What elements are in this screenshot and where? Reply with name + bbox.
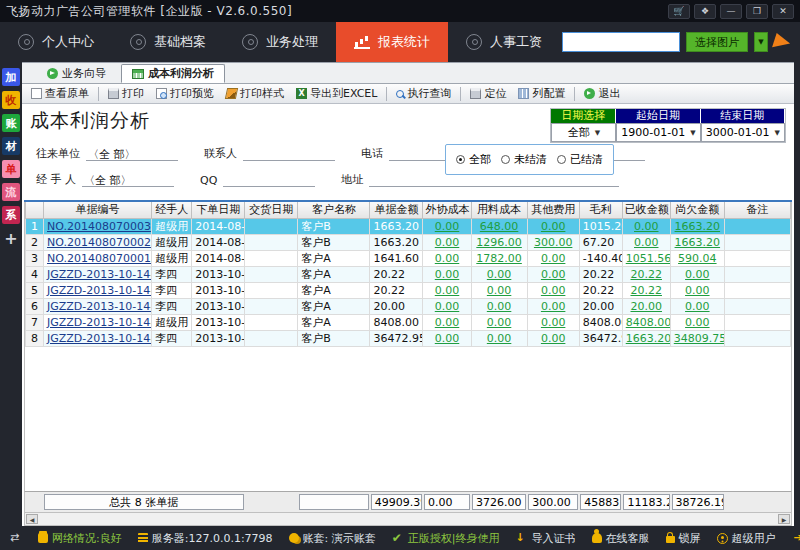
cell-0-8[interactable]: 0.00 xyxy=(527,218,579,234)
nav-item-archive[interactable]: 基础档案 xyxy=(112,22,224,62)
nav-item-chart[interactable]: 报表统计 xyxy=(336,22,448,62)
toolbar-button-column-config[interactable]: 列配置 xyxy=(513,85,570,102)
cell-4-11[interactable]: 0.00 xyxy=(670,282,724,298)
col-header-5[interactable]: 单据金额 xyxy=(370,202,423,218)
cell-6-8[interactable]: 0.00 xyxy=(527,314,579,330)
col-header-12[interactable]: 备注 xyxy=(724,202,790,218)
horizontal-scrollbar[interactable]: ◀ ▶ xyxy=(24,513,792,526)
toolbar-button-print-style[interactable]: 打印样式 xyxy=(221,85,289,102)
toolbar-button-exit[interactable]: 退出 xyxy=(579,85,625,102)
table-row[interactable]: 6JGZZD-2013-10-14-007李四2013-10-1客户A20.00… xyxy=(26,298,791,314)
cell-3-7[interactable]: 0.00 xyxy=(471,266,527,282)
sidebar-item-0[interactable]: 加 xyxy=(2,68,20,86)
col-header-10[interactable]: 已收金额 xyxy=(622,202,670,218)
theme-icon[interactable]: ❖ xyxy=(694,4,716,19)
filter-input-1-1[interactable] xyxy=(223,173,315,187)
nav-item-hr[interactable]: 人事工资 xyxy=(448,22,560,62)
toolbar-button-print-preview[interactable]: 打印预览 xyxy=(151,85,219,102)
cart-icon[interactable]: 🛒 xyxy=(668,4,690,19)
cell-5-11[interactable]: 0.00 xyxy=(670,298,724,314)
cell-4-7[interactable]: 0.00 xyxy=(471,282,527,298)
cell-3-6[interactable]: 0.00 xyxy=(423,266,471,282)
cell-0-6[interactable]: 0.00 xyxy=(423,218,471,234)
cell-4-0[interactable]: JGZZD-2013-10-14-008 xyxy=(44,282,152,298)
cell-0-10[interactable]: 0.00 xyxy=(622,218,670,234)
table-row[interactable]: 4JGZZD-2013-10-14-009李四2013-10-1客户A20.22… xyxy=(26,266,791,282)
cell-2-7[interactable]: 1782.00 xyxy=(471,250,527,266)
col-header-3[interactable]: 交货日期 xyxy=(245,202,298,218)
toolbar-button-locate[interactable]: 定位 xyxy=(465,85,511,102)
sidebar-item-5[interactable]: 流 xyxy=(2,183,20,201)
col-header-8[interactable]: 其他费用 xyxy=(527,202,579,218)
cell-0-0[interactable]: NO.201408070003 xyxy=(44,218,152,234)
status-import-cert[interactable]: ↓导入证书 xyxy=(516,531,576,546)
col-header-6[interactable]: 外协成本 xyxy=(423,202,471,218)
filter-input-0-1[interactable] xyxy=(243,147,335,161)
sidebar-item-1[interactable]: 收 xyxy=(2,91,20,109)
cell-4-6[interactable]: 0.00 xyxy=(423,282,471,298)
cell-2-6[interactable]: 0.00 xyxy=(423,250,471,266)
sidebar-item-3[interactable]: 材 xyxy=(2,137,20,155)
cell-7-8[interactable]: 0.00 xyxy=(527,330,579,346)
tab-active-1[interactable]: 成本利润分析 xyxy=(121,64,225,83)
maximize-button[interactable]: ❐ xyxy=(746,4,768,19)
cell-1-10[interactable]: 0.00 xyxy=(622,234,670,250)
col-header-2[interactable]: 下单日期 xyxy=(192,202,245,218)
cell-5-0[interactable]: JGZZD-2013-10-14-007 xyxy=(44,298,152,314)
toolbar-button-view-doc[interactable]: 查看原单 xyxy=(26,85,94,102)
col-header-1[interactable]: 经手人 xyxy=(152,202,192,218)
scroll-left-icon[interactable]: ◀ xyxy=(26,514,38,524)
status-lock[interactable]: 锁屏 xyxy=(666,531,701,546)
cell-7-0[interactable]: JGZZD-2013-10-14-002 xyxy=(44,330,152,346)
radio-option-0[interactable]: 全部 xyxy=(456,152,491,167)
cell-5-7[interactable]: 0.00 xyxy=(471,298,527,314)
filter-input-0-0[interactable]: 〈全 部〉 xyxy=(86,147,178,161)
table-row[interactable]: 1NO.201408070003超级用2014-08-0客户B1663.200.… xyxy=(26,218,791,234)
filter-input-1-2[interactable] xyxy=(369,173,619,187)
tab-inactive-0[interactable]: 业务向导 xyxy=(36,64,117,83)
toolbar-button-search[interactable]: 执行查询 xyxy=(391,85,456,102)
cell-1-7[interactable]: 1296.00 xyxy=(471,234,527,250)
image-search-input[interactable] xyxy=(562,32,680,52)
radio-option-2[interactable]: 已结清 xyxy=(557,152,603,167)
cell-1-11[interactable]: 1663.20 xyxy=(670,234,724,250)
cell-6-0[interactable]: JGZZD-2013-10-14-004 xyxy=(44,314,152,330)
cell-5-6[interactable]: 0.00 xyxy=(423,298,471,314)
col-header-9[interactable]: 毛利 xyxy=(579,202,622,218)
cell-3-0[interactable]: JGZZD-2013-10-14-009 xyxy=(44,266,152,282)
toolbar-button-print[interactable]: 打印 xyxy=(103,85,149,102)
cell-6-7[interactable]: 0.00 xyxy=(471,314,527,330)
table-row[interactable]: 5JGZZD-2013-10-14-008李四2013-10-1客户A20.22… xyxy=(26,282,791,298)
table-row[interactable]: 7JGZZD-2013-10-14-004超级用2013-10-1客户A8408… xyxy=(26,314,791,330)
minimize-button[interactable]: — xyxy=(720,4,742,19)
close-button[interactable]: ✕ xyxy=(772,4,794,19)
sidebar-item-4[interactable]: 单 xyxy=(2,160,20,178)
status-sync[interactable]: ⇄ xyxy=(10,533,22,543)
status-switch-user[interactable]: ➔切换用户 xyxy=(794,531,800,546)
col-rownum[interactable] xyxy=(26,202,44,218)
cell-0-7[interactable]: 648.00 xyxy=(471,218,527,234)
table-row[interactable]: 3NO.201408070001超级用2014-08-0客户A1641.600.… xyxy=(26,250,791,266)
cell-2-11[interactable]: 590.04 xyxy=(670,250,724,266)
sidebar-item-6[interactable]: 系 xyxy=(2,206,20,224)
cell-0-11[interactable]: 1663.20 xyxy=(670,218,724,234)
cell-6-6[interactable]: 0.00 xyxy=(423,314,471,330)
cell-4-10[interactable]: 20.22 xyxy=(622,282,670,298)
col-header-0[interactable]: 单据编号 xyxy=(44,202,152,218)
cell-2-10[interactable]: 1051.56 xyxy=(622,250,670,266)
cell-1-6[interactable]: 0.00 xyxy=(423,234,471,250)
table-row[interactable]: 8JGZZD-2013-10-14-002李四2013-10-1客户B36472… xyxy=(26,330,791,346)
cell-6-11[interactable]: 0.00 xyxy=(670,314,724,330)
horn-icon[interactable] xyxy=(772,32,792,51)
cell-5-10[interactable]: 20.00 xyxy=(622,298,670,314)
cell-3-10[interactable]: 20.22 xyxy=(622,266,670,282)
cell-3-8[interactable]: 0.00 xyxy=(527,266,579,282)
filter-input-1-0[interactable]: 〈全 部〉 xyxy=(82,173,174,187)
cell-7-7[interactable]: 0.00 xyxy=(471,330,527,346)
status-support[interactable]: 在线客服 xyxy=(592,531,650,546)
scroll-right-icon[interactable]: ▶ xyxy=(778,514,790,524)
cell-1-8[interactable]: 300.00 xyxy=(527,234,579,250)
col-header-7[interactable]: 用料成本 xyxy=(471,202,527,218)
choose-image-button[interactable]: 选择图片 xyxy=(686,32,748,52)
nav-item-business[interactable]: 业务处理 xyxy=(224,22,336,62)
